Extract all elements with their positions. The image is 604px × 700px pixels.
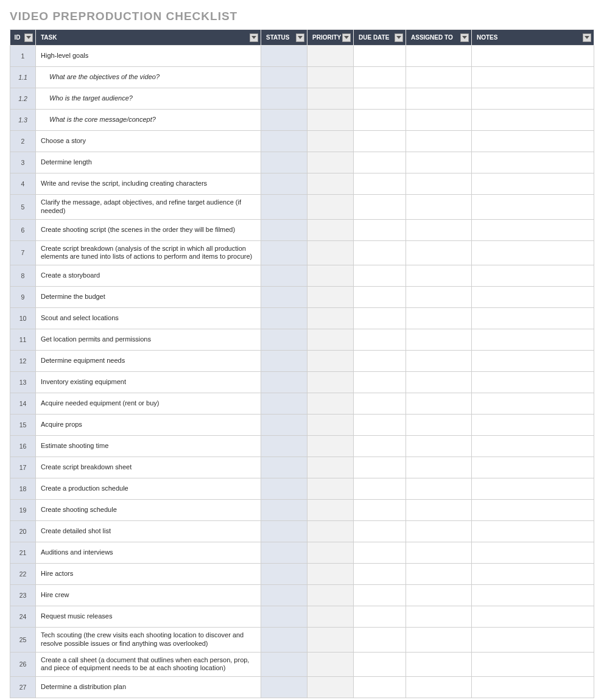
cell-assigned[interactable] — [406, 195, 472, 220]
cell-priority[interactable] — [307, 88, 354, 110]
cell-priority[interactable] — [307, 131, 354, 152]
cell-task[interactable]: Hire crew — [36, 585, 261, 606]
cell-status[interactable] — [261, 110, 307, 131]
filter-dropdown-icon[interactable] — [296, 33, 304, 42]
cell-duedate[interactable] — [354, 173, 406, 195]
cell-notes[interactable] — [472, 67, 594, 88]
cell-assigned[interactable] — [406, 564, 472, 585]
cell-id[interactable]: 2 — [10, 131, 36, 152]
cell-duedate[interactable] — [354, 585, 406, 606]
cell-id[interactable]: 14 — [10, 393, 36, 415]
cell-status[interactable] — [261, 542, 307, 564]
cell-status[interactable] — [261, 308, 307, 329]
cell-duedate[interactable] — [354, 564, 406, 585]
cell-id[interactable]: 24 — [10, 606, 36, 628]
cell-status[interactable] — [261, 287, 307, 308]
cell-assigned[interactable] — [406, 351, 472, 372]
cell-status[interactable] — [261, 500, 307, 521]
cell-id[interactable]: 26 — [10, 652, 36, 677]
cell-duedate[interactable] — [354, 88, 406, 110]
filter-dropdown-icon[interactable] — [24, 33, 33, 42]
cell-task[interactable]: Create shooting script (the scenes in th… — [36, 219, 261, 240]
cell-notes[interactable] — [472, 606, 594, 628]
cell-assigned[interactable] — [406, 152, 472, 173]
cell-duedate[interactable] — [354, 542, 406, 564]
cell-notes[interactable] — [472, 287, 594, 308]
cell-duedate[interactable] — [354, 110, 406, 131]
cell-task[interactable]: Create a call sheet (a document that out… — [36, 652, 261, 677]
cell-duedate[interactable] — [354, 265, 406, 287]
cell-duedate[interactable] — [354, 240, 406, 265]
cell-task[interactable]: Tech scouting (the crew visits each shoo… — [36, 628, 261, 653]
cell-id[interactable]: 21 — [10, 542, 36, 564]
cell-priority[interactable] — [307, 67, 354, 88]
cell-notes[interactable] — [472, 652, 594, 677]
cell-assigned[interactable] — [406, 542, 472, 564]
cell-duedate[interactable] — [354, 351, 406, 372]
cell-id[interactable]: 4 — [10, 173, 36, 195]
cell-duedate[interactable] — [354, 287, 406, 308]
cell-id[interactable]: 5 — [10, 195, 36, 220]
cell-assigned[interactable] — [406, 628, 472, 653]
cell-id[interactable]: 1 — [10, 46, 36, 67]
cell-id[interactable]: 3 — [10, 152, 36, 173]
cell-assigned[interactable] — [406, 88, 472, 110]
cell-id[interactable]: 12 — [10, 351, 36, 372]
cell-status[interactable] — [261, 46, 307, 67]
cell-assigned[interactable] — [406, 372, 472, 393]
cell-status[interactable] — [261, 372, 307, 393]
cell-priority[interactable] — [307, 564, 354, 585]
cell-task[interactable]: What are the objectives of the video? — [36, 67, 261, 88]
cell-status[interactable] — [261, 652, 307, 677]
cell-id[interactable]: 11 — [10, 329, 36, 351]
cell-priority[interactable] — [307, 329, 354, 351]
cell-task[interactable]: Create script breakdown (analysis of the… — [36, 240, 261, 265]
cell-id[interactable]: 13 — [10, 372, 36, 393]
cell-duedate[interactable] — [354, 628, 406, 653]
cell-task[interactable]: Acquire props — [36, 415, 261, 436]
cell-assigned[interactable] — [406, 500, 472, 521]
cell-task[interactable]: Determine length — [36, 152, 261, 173]
cell-assigned[interactable] — [406, 393, 472, 415]
cell-duedate[interactable] — [354, 152, 406, 173]
cell-duedate[interactable] — [354, 393, 406, 415]
cell-duedate[interactable] — [354, 500, 406, 521]
cell-notes[interactable] — [472, 88, 594, 110]
cell-status[interactable] — [261, 67, 307, 88]
cell-id[interactable]: 23 — [10, 585, 36, 606]
cell-task[interactable]: Estimate shooting time — [36, 436, 261, 457]
cell-status[interactable] — [261, 628, 307, 653]
cell-notes[interactable] — [472, 415, 594, 436]
cell-id[interactable]: 16 — [10, 436, 36, 457]
cell-priority[interactable] — [307, 265, 354, 287]
cell-status[interactable] — [261, 173, 307, 195]
cell-status[interactable] — [261, 240, 307, 265]
cell-assigned[interactable] — [406, 606, 472, 628]
cell-id[interactable]: 17 — [10, 457, 36, 478]
cell-assigned[interactable] — [406, 436, 472, 457]
cell-id[interactable]: 15 — [10, 415, 36, 436]
cell-notes[interactable] — [472, 585, 594, 606]
cell-priority[interactable] — [307, 478, 354, 500]
cell-task[interactable]: High-level goals — [36, 46, 261, 67]
cell-notes[interactable] — [472, 372, 594, 393]
cell-priority[interactable] — [307, 457, 354, 478]
cell-assigned[interactable] — [406, 46, 472, 67]
cell-notes[interactable] — [472, 219, 594, 240]
cell-notes[interactable] — [472, 110, 594, 131]
cell-priority[interactable] — [307, 521, 354, 542]
cell-priority[interactable] — [307, 173, 354, 195]
cell-duedate[interactable] — [354, 478, 406, 500]
cell-id[interactable]: 25 — [10, 628, 36, 653]
cell-id[interactable]: 1.2 — [10, 88, 36, 110]
cell-notes[interactable] — [472, 265, 594, 287]
cell-status[interactable] — [261, 195, 307, 220]
cell-assigned[interactable] — [406, 415, 472, 436]
filter-dropdown-icon[interactable] — [342, 33, 351, 42]
cell-notes[interactable] — [472, 329, 594, 351]
cell-status[interactable] — [261, 265, 307, 287]
cell-priority[interactable] — [307, 152, 354, 173]
cell-assigned[interactable] — [406, 219, 472, 240]
cell-duedate[interactable] — [354, 677, 406, 698]
cell-task[interactable]: Inventory existing equipment — [36, 372, 261, 393]
